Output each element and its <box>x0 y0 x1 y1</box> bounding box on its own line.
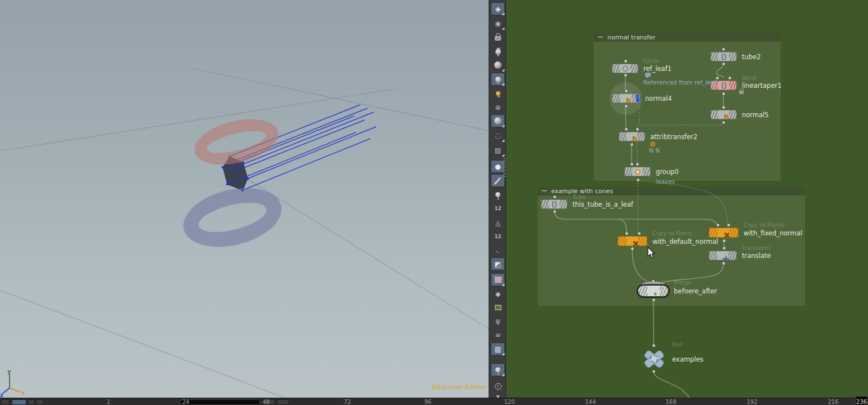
node-port[interactable] <box>636 128 639 131</box>
node-port[interactable] <box>638 232 641 235</box>
point-markers-icon[interactable]: ◬ <box>491 216 505 229</box>
camera-view-tool-icon[interactable]: ◈◢ <box>491 2 505 15</box>
scene-viewport[interactable]: Education Edition y x z <box>0 0 489 398</box>
normal-lighting-icon[interactable]: ◢ <box>491 73 505 86</box>
node-port[interactable] <box>722 48 725 51</box>
node-name-label[interactable]: attribtransfer2 <box>650 133 697 141</box>
background-image-icon[interactable]: ▨◢ <box>491 342 505 355</box>
node-befoere_after[interactable]: » <box>638 285 669 297</box>
node-attribtransfer2[interactable] <box>619 132 645 141</box>
node-port[interactable] <box>636 163 639 166</box>
node-port[interactable] <box>624 60 627 63</box>
flyout-corner-icon: ◢ <box>502 373 504 376</box>
box-normal-transfer-header[interactable]: —normal transfer <box>594 33 781 42</box>
node-port[interactable] <box>728 77 731 79</box>
point-numbers-icon[interactable]: 12 <box>491 202 505 215</box>
disable-lighting-icon[interactable] <box>491 45 505 58</box>
current-frame-field[interactable]: 236 <box>855 396 868 405</box>
playbar-field[interactable] <box>180 399 260 405</box>
group-markers-icon[interactable] <box>491 301 505 314</box>
show-handles-tool-icon[interactable]: ◉◢▸ <box>491 17 505 30</box>
node-ref_leaf1[interactable] <box>612 64 638 73</box>
playbar-button[interactable] <box>12 399 26 405</box>
playbar-button[interactable] <box>1 399 10 405</box>
playbar-button[interactable] <box>28 399 35 405</box>
secure-selection-lock-icon[interactable] <box>491 32 505 44</box>
node-with_fixed_normal[interactable] <box>709 228 739 238</box>
normals-display-icon[interactable]: ψ <box>491 314 505 327</box>
node-this_tube_is_a_leaf[interactable] <box>541 199 567 209</box>
node-port[interactable] <box>624 74 627 77</box>
node-note: N N <box>649 147 660 154</box>
node-port[interactable] <box>625 128 628 131</box>
node-type-label: Bend <box>742 75 757 81</box>
node-port[interactable] <box>630 163 633 166</box>
minimize-box-icon[interactable]: — <box>598 34 603 40</box>
node-name-label[interactable]: normal4 <box>645 95 672 103</box>
node-translate[interactable] <box>709 251 737 260</box>
view-pivot-icon[interactable]: ⊕ <box>491 101 505 114</box>
node-name-label[interactable]: normal5 <box>742 111 769 119</box>
node-port[interactable] <box>723 247 726 250</box>
node-port[interactable] <box>652 370 655 373</box>
display-flag[interactable] <box>636 95 639 102</box>
timeline-bar[interactable]: 124487296120144168192216 <box>0 398 868 405</box>
node-port[interactable] <box>652 344 655 347</box>
shaded-prims-icon[interactable]: ◩ <box>491 257 505 270</box>
node-port[interactable] <box>717 224 719 226</box>
playbar-button[interactable] <box>277 399 289 405</box>
node-normal5[interactable] <box>710 110 737 119</box>
flyout-corner-icon: ◢ <box>502 68 504 72</box>
high-quality-lighting-icon[interactable]: ▸ <box>491 87 505 100</box>
node-name-label[interactable]: ref_leaf1 <box>643 65 672 73</box>
node-name-label[interactable]: lineartaper1 <box>742 82 782 90</box>
node-name-label[interactable]: with_fixed_normal <box>744 229 802 237</box>
visualizers-menu-icon[interactable]: ≡ <box>491 328 505 341</box>
network-editor[interactable]: Geometry —normal transfer—example with c… <box>507 0 868 398</box>
node-port[interactable] <box>630 143 633 146</box>
node-port[interactable] <box>652 280 655 283</box>
profile-curves-icon[interactable]: ◟ <box>491 243 505 256</box>
prim-numbers-icon[interactable]: 12 <box>491 230 505 243</box>
node-tube2[interactable] <box>710 52 737 61</box>
node-port[interactable] <box>625 105 628 108</box>
node-port[interactable] <box>722 121 725 124</box>
uv-texture-checker-icon[interactable]: ◢ <box>491 273 505 286</box>
node-port[interactable] <box>723 239 726 242</box>
node-port[interactable] <box>652 299 655 301</box>
node-port[interactable] <box>722 92 725 95</box>
node-normal4[interactable] <box>612 94 640 103</box>
pane-divider-grip[interactable] <box>503 158 506 177</box>
comment-bubble-icon[interactable] <box>645 73 651 77</box>
node-with_default_normal[interactable] <box>618 236 647 246</box>
node-name-label[interactable]: tube2 <box>742 53 761 61</box>
node-port[interactable] <box>722 262 725 265</box>
node-name-label[interactable]: group0 <box>656 168 679 176</box>
node-name-label[interactable]: with_default_normal <box>652 238 718 246</box>
node-port[interactable] <box>553 195 556 198</box>
playbar-button[interactable] <box>36 399 43 405</box>
node-port[interactable] <box>722 106 725 109</box>
node-port[interactable] <box>625 90 628 92</box>
node-port[interactable] <box>553 210 556 213</box>
node-name-label[interactable]: befoere_after <box>674 287 717 295</box>
node-port[interactable] <box>631 247 634 250</box>
vertex-markers-icon[interactable]: ◆ <box>491 287 505 300</box>
smooth-shading-icon[interactable]: ◢ <box>491 114 505 127</box>
node-port[interactable] <box>722 63 725 65</box>
node-port[interactable] <box>716 77 719 79</box>
pin-points-icon[interactable] <box>491 188 505 201</box>
ghost-objects-icon[interactable]: ◌◢ <box>491 129 505 142</box>
snapping-pin-icon[interactable]: ◢ <box>491 363 505 376</box>
node-port[interactable] <box>637 179 639 181</box>
node-group0[interactable] <box>624 167 651 176</box>
node-examples[interactable] <box>641 347 667 371</box>
node-name-label[interactable]: examples <box>672 355 704 363</box>
node-name-label[interactable]: this_tube_is_a_leaf <box>572 201 633 208</box>
minimize-box-icon[interactable]: — <box>542 188 547 194</box>
headlight-only-icon[interactable]: ◢ <box>491 59 505 72</box>
display-objects-icon[interactable]: ▤◢▸ <box>491 144 505 157</box>
node-port[interactable] <box>727 224 730 226</box>
node-port[interactable] <box>625 232 628 235</box>
node-name-label[interactable]: translate <box>742 252 771 260</box>
